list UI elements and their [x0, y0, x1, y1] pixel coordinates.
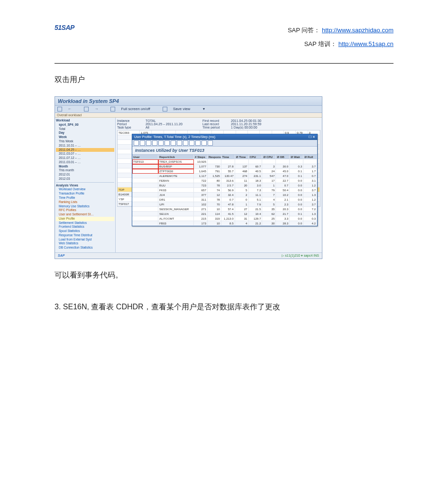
table-row[interactable]: J1I43771232.4211.1710.20.01.3 — [132, 193, 317, 197]
table-row[interactable]: FK036577456.957.37950.40.03.7 — [132, 188, 317, 193]
instances-popup: User Profile: Times, T.Total Time (s), 2… — [132, 134, 318, 226]
popup-caption: Instances Utilized by User TSF013 — [132, 147, 317, 154]
table-row[interactable]: UPI1027047.817.952.30.03.7 — [132, 202, 317, 207]
popup-title-text: User Profile: Times, T.Total Time (s), 2… — [134, 135, 215, 139]
instruction-1: 双击用户 — [55, 75, 393, 85]
tree-item[interactable]: Time Profile — [56, 196, 114, 200]
tree-item[interactable]: 2011.03.01 – … — [56, 160, 114, 165]
table-row[interactable]: ZTPT00301,64579155.746840.52445.00.11.7 — [132, 169, 317, 174]
toolbar-icon[interactable] — [183, 140, 188, 146]
sap-window-title: Workload in System SP4 — [55, 97, 322, 106]
toolbar-icon[interactable] — [201, 140, 207, 146]
table-row[interactable]: DR1311780.705.142.10.01.2 — [132, 197, 317, 202]
tree-item[interactable]: This month — [56, 168, 114, 173]
toolbar-icon[interactable] — [158, 140, 164, 146]
tree-item[interactable]: Frontend Statistics — [56, 225, 114, 229]
table-row[interactable]: SESSION_MANAGER2711057.42721.53520.30.07… — [132, 207, 317, 212]
tree-item[interactable]: 2011.03.07 – … — [56, 152, 114, 156]
header-divider — [55, 63, 393, 64]
workload-info: InstanceTOTALFirst record2011.04.25 00:0… — [117, 119, 320, 129]
tree-item[interactable]: Day — [56, 131, 114, 135]
toolbar-icon[interactable] — [165, 140, 170, 146]
toolbar-menu[interactable]: ▾ — [203, 107, 205, 111]
analysis-views-header: Analysis Views — [56, 184, 114, 188]
sap-toolbar: ← → Full screen on/off Save view ▾ — [55, 106, 322, 113]
toolbar-icon[interactable] — [134, 140, 139, 146]
toolbar-icon[interactable] — [208, 140, 213, 146]
tree-item[interactable]: 2011.07.12 – … — [56, 156, 114, 160]
toolbar-icon[interactable] — [152, 140, 157, 146]
sap-main-panel: InstanceTOTALFirst record2011.04.25 00:0… — [116, 118, 322, 252]
table-row[interactable]: BUS/BSP1,07773027.813760.7330.00.33.7 — [132, 164, 317, 169]
tree-item[interactable]: Spool Statistics — [56, 229, 114, 233]
table-row[interactable]: FB03173108.5421.23028.30.04.2 — [132, 221, 317, 226]
instruction-3: 3. SE16N, 查看表 CDHDR，查看某个用户是否对数据库表作了更改 — [55, 302, 393, 312]
tree-item[interactable]: Month — [56, 165, 114, 169]
toolbar-icon[interactable] — [195, 140, 201, 146]
tree-item[interactable]: Web Statistics — [56, 241, 114, 246]
tree-item[interactable]: Workload Overview — [56, 187, 114, 192]
tree-item[interactable]: DB Connection Statistics — [56, 246, 114, 250]
tree-item[interactable]: Week — [56, 135, 114, 139]
toolbar-icon[interactable] — [171, 140, 176, 146]
table-row[interactable]: SE11N22111441.51210.46221.70.11.3 — [132, 212, 317, 216]
tree-item[interactable]: 2012.01 — [56, 173, 114, 177]
table-row[interactable]: BUU723782.5.7203.010.70.01.2 — [132, 183, 317, 188]
sap-statusbar: SAP ▷ s11(1)210 ▾ sapc4 INS — [55, 252, 322, 259]
train-label: SAP 培训： — [304, 40, 337, 47]
back-button[interactable]: ← — [57, 107, 77, 111]
tree-item[interactable]: Workload — [56, 119, 114, 123]
train-link[interactable]: http://www.51sap.cn — [338, 40, 393, 47]
sap-screenshot: Workload in System SP4 ← → Full screen o… — [55, 96, 322, 259]
instances-table[interactable]: UserReport/Job# StepsResponseTimeØ TimeC… — [132, 154, 317, 226]
qa-label: SAP 问答： — [288, 27, 320, 34]
forward-button[interactable]: → — [84, 107, 104, 111]
tree-item[interactable]: Transaction Profile — [56, 192, 114, 196]
tree-item[interactable]: 2011.10.31 – … — [56, 144, 114, 148]
tree-item[interactable]: Ranking Lists — [56, 200, 114, 204]
save-view-button[interactable]: Save view — [163, 107, 196, 111]
table-row[interactable]: ALEREMOTE1,1171,525130.47274231.154747.0… — [132, 174, 317, 178]
tree-item[interactable]: Settlement Statistics — [56, 221, 114, 225]
tree-item[interactable]: Total — [56, 127, 114, 131]
tree-item[interactable]: This Week — [56, 139, 114, 144]
toolbar-icon[interactable] — [146, 140, 151, 146]
tree-item[interactable]: User Profile — [56, 217, 114, 221]
tree-item[interactable]: Response Time Distribut — [56, 233, 114, 238]
qa-link[interactable]: http://www.sapzhidao.com — [322, 27, 393, 34]
toolbar-icon[interactable] — [189, 140, 194, 146]
tree-item[interactable]: 2011.04.25 – … — [56, 148, 114, 152]
table-row[interactable]: FEBAN72280313.61118.31722.70.03.1 — [132, 178, 317, 183]
sap-subbar: Overall workload — [55, 113, 322, 118]
popup-titlebar: User Profile: Times, T.Total Time (s), 2… — [132, 134, 317, 140]
popup-close-icon[interactable]: ☐ ✕ — [309, 135, 315, 139]
popup-toolbar — [132, 140, 317, 147]
sap-navigation-tree[interactable]: Workloadspc4_SP4_00TotalDayWeekThis Week… — [55, 118, 116, 252]
table-row[interactable]: AL FOOMT2153191,213.031129.7253.30.00.3 — [132, 216, 317, 221]
sap-logo: SAP — [58, 254, 64, 257]
toolbar-icon[interactable] — [177, 140, 182, 146]
site-logo: 51SAP — [55, 24, 74, 31]
fullscreen-toggle[interactable]: Full screen on/off — [110, 107, 155, 111]
tree-item[interactable]: User and Settlement St… — [56, 213, 114, 217]
tree-item[interactable]: Memory Use Statistics — [56, 204, 114, 209]
tree-item[interactable]: 2012.03 — [56, 177, 114, 181]
tree-item[interactable]: spc4_SP4_00 — [56, 123, 114, 127]
header-links: SAP 问答： http://www.sapzhidao.com SAP 培训：… — [288, 24, 393, 51]
server-indicator: ▷ s11(1)210 ▾ sapc4 INS — [282, 254, 319, 257]
tree-item[interactable]: RFC Profiles — [56, 208, 114, 213]
instruction-2: 可以看到事务代码。 — [55, 270, 393, 280]
tree-item[interactable]: Load from External Syst — [56, 238, 114, 242]
page-header: 51SAP SAP 问答： http://www.sapzhidao.com S… — [55, 24, 393, 51]
toolbar-icon[interactable] — [140, 140, 145, 146]
table-row[interactable]: TSF013TREX_DISPSOS10,925 — [132, 159, 317, 164]
